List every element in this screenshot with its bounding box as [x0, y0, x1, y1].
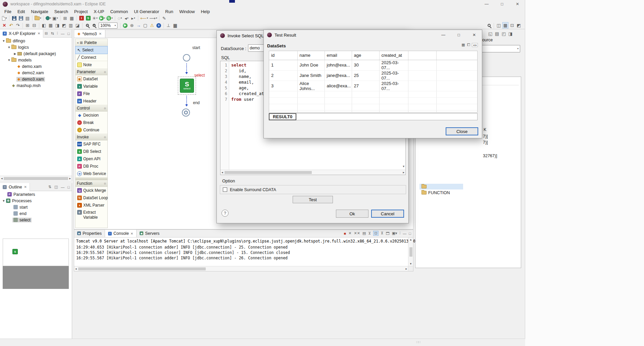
page-nav-icons[interactable]: ◂ ▸	[472, 43, 478, 47]
outline-item-start[interactable]: start	[0, 204, 72, 210]
align-middle-icon[interactable]: ▥	[68, 22, 74, 29]
palette-item-extract-variable[interactable]: E Extract Variable	[76, 209, 107, 221]
warning-icon[interactable]: ⚠	[149, 22, 155, 29]
palette-item-file[interactable]: F File	[76, 90, 107, 97]
tree-item-mashup-msh[interactable]: ◆ mashup.msh	[0, 82, 72, 89]
column-name[interactable]: name	[297, 51, 325, 60]
tree-item-demo3-xam[interactable]: ◆ demo3.xam	[0, 76, 72, 82]
close-tab-icon[interactable]: ✕	[131, 232, 133, 235]
tab-xup-explorer[interactable]: X X-UP Explorer ✕	[0, 30, 43, 38]
annotation-icon[interactable]: ◌▾	[117, 15, 123, 21]
align-left-icon[interactable]: ◧	[41, 22, 47, 29]
run-history-icon[interactable]: ▣▾	[52, 15, 58, 21]
palette-item-dataset-loop[interactable]: ↻ DataSet Loop	[76, 194, 107, 202]
back-icon[interactable]: ⟵▾	[140, 15, 148, 21]
outline-overview[interactable]: S	[3, 239, 69, 289]
outline-item-end[interactable]: end	[0, 210, 72, 217]
palette-item-db-proc[interactable]: P DB Proc	[76, 163, 107, 170]
chart-icon[interactable]: ▆	[172, 22, 178, 29]
redo-icon[interactable]: ↷	[15, 22, 21, 29]
paste-icon[interactable]: ⊟	[31, 22, 37, 29]
pin-icon[interactable]: ⊙	[104, 71, 106, 74]
undo-icon[interactable]: ↶	[8, 22, 14, 29]
palette-item-header[interactable]: H Header	[76, 97, 107, 105]
close-tab-icon[interactable]: ✕	[24, 185, 27, 189]
window-preview-icon[interactable]: ▢	[142, 22, 148, 29]
run-icon[interactable]: ▶▾	[99, 15, 106, 21]
palette-group-function[interactable]: Function ⊙	[76, 180, 107, 187]
column-age[interactable]: age	[352, 51, 379, 60]
view-menu-icon[interactable]: ⫶	[400, 231, 401, 235]
forward-icon[interactable]: ⟶▾	[149, 15, 157, 21]
column-email[interactable]: email	[325, 51, 352, 60]
align-top-icon[interactable]: ◩	[61, 22, 67, 29]
palette-tool-connect[interactable]: ╱ Connect	[76, 54, 107, 61]
open-perspective-icon[interactable]: ◫	[496, 22, 502, 29]
minimize-view-icon[interactable]: —	[61, 32, 64, 36]
menu-common[interactable]: Common	[107, 8, 131, 15]
copy-result-icon[interactable]: ⧠	[467, 43, 470, 47]
pin-icon[interactable]: ⊙	[104, 136, 106, 139]
table-row[interactable]: 3Alice Johns...alice@exa...272025-03-07.…	[269, 81, 478, 91]
tree-item-demo2-xam[interactable]: ◆ demo2.xam	[0, 70, 72, 76]
tab-demo3[interactable]: ◆ *demo3 ✕	[74, 30, 105, 38]
remove-launch-icon[interactable]: ✕	[348, 231, 351, 235]
close-tab-icon[interactable]: ✕	[38, 32, 40, 35]
copy-icon[interactable]: ⊞	[24, 22, 31, 29]
open-console-icon[interactable]: ▣▾	[392, 231, 397, 235]
new-wizard-icon[interactable]: ▾	[1, 15, 7, 21]
java-element-icon[interactable]: ⊞	[62, 15, 68, 21]
close-button[interactable]: ✕	[510, 0, 525, 8]
db-select-tool-icon[interactable]: S	[85, 15, 91, 21]
pin-icon[interactable]: ⊙	[104, 107, 106, 110]
close-result-button[interactable]: Close	[446, 127, 478, 135]
link-with-editor-icon[interactable]: ⇆	[51, 31, 54, 36]
palette-item-xml-parser[interactable]: X XML Parser	[76, 202, 107, 209]
tree-item-partial[interactable]	[419, 184, 463, 189]
perspective-modeling-icon[interactable]: ▦	[502, 22, 508, 29]
maximize-button[interactable]: □	[494, 0, 510, 8]
tab-properties[interactable]: ▤ Properties	[74, 229, 105, 237]
palette-header[interactable]: ◂ ▦ Palette	[76, 39, 107, 46]
palette-item-quick-merge[interactable]: Q Quick Merge	[76, 187, 107, 194]
close-button[interactable]: ✕	[466, 30, 482, 40]
palette-group-control[interactable]: Control ⊙	[76, 105, 107, 112]
test-button[interactable]: Test	[293, 196, 333, 203]
remove-all-launches-icon[interactable]: ✕✕	[354, 231, 360, 235]
scroll-right-icon[interactable]: ▸	[405, 267, 407, 270]
menu-run[interactable]: Run	[162, 8, 176, 15]
console-output[interactable]: Tomcat v9.0 Server at localhost [Apache …	[74, 237, 413, 271]
palette-item-web-service[interactable]: ≋ Web Service	[76, 170, 107, 177]
result0-tab[interactable]: RESULT0	[269, 113, 296, 120]
table-row[interactable]: 1John Doejohn@exa...302025-03-07...	[269, 60, 478, 70]
settings-icon[interactable]: ⊛	[129, 22, 135, 29]
previous-annotation-icon[interactable]: ◂▾	[123, 15, 130, 21]
column-created-at[interactable]: created_at	[379, 51, 408, 60]
menu-window[interactable]: Window	[176, 8, 198, 15]
cdata-checkbox[interactable]	[223, 187, 227, 192]
clear-console-icon[interactable]: ▤	[362, 231, 366, 235]
explorer-horizontal-scrollbar[interactable]: ◂ ▸	[0, 176, 72, 181]
align-right-icon[interactable]: ◨	[54, 22, 60, 29]
menu-project[interactable]: Project	[71, 8, 91, 15]
run-process-icon[interactable]: ▶	[122, 22, 128, 29]
menu-help[interactable]: Help	[198, 8, 213, 15]
filter-icon[interactable]: ◫	[54, 185, 58, 189]
profile-icon[interactable]: Q▾	[106, 15, 113, 21]
collapse-all-icon[interactable]: ⊟	[45, 31, 48, 36]
sort-icon[interactable]: ⇅	[48, 185, 51, 189]
table-row[interactable]: 2Jane Smithjane@exa...252025-03-07...	[269, 70, 478, 81]
zoom-out-icon[interactable]: −	[84, 22, 90, 29]
scroll-left-icon[interactable]: ◂	[1, 177, 3, 180]
delete-icon[interactable]: ✕	[1, 22, 7, 29]
minimize-view-icon[interactable]: —	[61, 185, 64, 189]
report-icon[interactable]: I	[79, 15, 85, 21]
next-annotation-icon[interactable]: ▸▾	[130, 15, 136, 21]
tab-outline[interactable]: ≡ Outline ✕	[0, 183, 30, 191]
palette-tool-select[interactable]: ↖ Select	[76, 46, 107, 54]
ok-button[interactable]: Ok	[336, 210, 368, 218]
palette-item-open-api[interactable]: A Open API	[76, 155, 107, 163]
palette-item-variable[interactable]: x Variable	[76, 83, 107, 90]
console-horizontal-scrollbar[interactable]: ◂ ▸	[74, 266, 408, 271]
display-console-icon[interactable]: 🗖	[386, 231, 390, 235]
